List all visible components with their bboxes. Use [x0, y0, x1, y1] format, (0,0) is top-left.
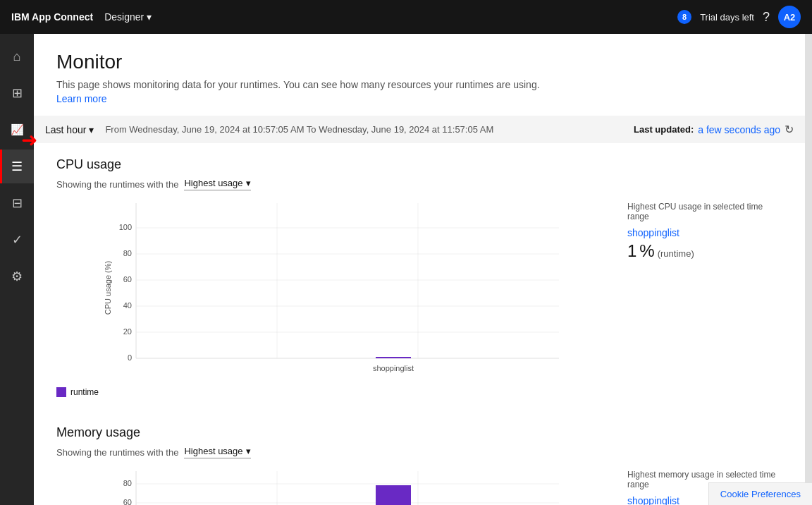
grid-icon: ⊞	[12, 85, 23, 101]
cpu-runtime-link[interactable]: shoppinglist	[627, 227, 782, 238]
memory-chart: 0 80 60	[56, 464, 610, 505]
cpu-subtitle-text: Showing the runtimes with the	[56, 179, 178, 190]
svg-rect-27	[376, 485, 411, 505]
cookie-preferences-button[interactable]: Cookie Preferences	[708, 482, 812, 505]
catalog-icon: ⊟	[12, 195, 23, 211]
time-period-label: Last hour	[45, 124, 86, 135]
sidebar-item-dashboard[interactable]: ⊞	[0, 76, 34, 110]
cpu-chart-row: CPU usage (%) 0 20 40 60	[56, 196, 782, 397]
designer-label: Designer	[104, 11, 144, 23]
sidebar-item-catalog[interactable]: ⊟	[0, 186, 34, 220]
cpu-dropdown-label: Highest usage	[184, 178, 242, 188]
chevron-down-icon: ▾	[246, 446, 251, 456]
sidebar-item-settings[interactable]: ⚙	[0, 260, 34, 293]
cpu-section: CPU usage Showing the runtimes with the …	[34, 143, 805, 411]
trial-label: Trial days left	[700, 12, 754, 23]
cpu-chart: CPU usage (%) 0 20 40 60	[56, 196, 610, 382]
svg-text:80: 80	[123, 249, 132, 257]
svg-text:CPU usage (%): CPU usage (%)	[104, 261, 112, 315]
svg-text:0: 0	[128, 353, 132, 362]
chevron-down-icon: ▾	[246, 178, 251, 188]
memory-section-title: Memory usage	[56, 425, 782, 440]
app-brand: IBM App Connect	[11, 11, 93, 23]
svg-text:shoppinglist: shoppinglist	[373, 364, 414, 372]
sidebar: ⌂ ⊞ 📈 ☰ ⊟ ✓ ⚙	[0, 34, 34, 505]
svg-text:40: 40	[123, 301, 132, 310]
cpu-value-sub: (runtime)	[658, 248, 694, 259]
cpu-subtitle: Showing the runtimes with the Highest us…	[56, 178, 782, 190]
cpu-usage-dropdown[interactable]: Highest usage ▾	[184, 178, 250, 190]
cpu-chart-container: CPU usage (%) 0 20 40 60	[56, 196, 610, 397]
monitor-icon: ☰	[11, 159, 23, 174]
main-content: Monitor This page shows monitoring data …	[34, 34, 805, 505]
memory-chart-row: 0 80 60	[56, 464, 782, 505]
sidebar-item-analytics[interactable]: 📈	[0, 113, 34, 147]
cpu-info-value: 1 % (runtime)	[627, 241, 782, 261]
page-body: Monitor This page shows monitoring data …	[34, 34, 805, 104]
memory-dropdown-label: Highest usage	[184, 446, 242, 456]
cpu-value-unit: %	[639, 241, 654, 261]
memory-subtitle-text: Showing the runtimes with the	[56, 447, 178, 458]
chevron-down-icon: ▾	[147, 11, 152, 23]
cpu-section-title: CPU usage	[56, 157, 782, 172]
avatar[interactable]: A2	[778, 6, 801, 28]
legend-label-runtime: runtime	[70, 387, 99, 397]
legend-color-runtime	[56, 387, 66, 397]
svg-text:100: 100	[119, 223, 132, 231]
cpu-info-title: Highest CPU usage in selected time range	[627, 202, 782, 221]
learn-more-link[interactable]: Learn more	[56, 93, 107, 104]
tasks-icon: ✓	[12, 232, 23, 248]
scrollbar[interactable]	[805, 34, 812, 505]
cpu-chart-svg: CPU usage (%) 0 20 40 60	[56, 196, 610, 379]
top-navigation: IBM App Connect Designer ▾ 8 Trial days …	[0, 0, 812, 34]
memory-usage-dropdown[interactable]: Highest usage ▾	[184, 446, 250, 458]
memory-subtitle: Showing the runtimes with the Highest us…	[56, 446, 782, 458]
page-description: This page shows monitoring data for your…	[56, 79, 782, 90]
memory-chart-container: 0 80 60	[56, 464, 610, 505]
last-updated-value[interactable]: a few seconds ago	[698, 124, 780, 135]
svg-rect-16	[376, 357, 411, 358]
cpu-chart-info: Highest CPU usage in selected time range…	[627, 196, 782, 261]
last-updated-label: Last updated:	[634, 124, 694, 135]
memory-section: Memory usage Showing the runtimes with t…	[34, 411, 805, 505]
memory-chart-svg: 0 80 60	[56, 464, 610, 505]
cpu-chart-legend: runtime	[56, 387, 610, 397]
svg-text:60: 60	[123, 498, 132, 505]
top-nav-right: 8 Trial days left ? A2	[677, 6, 801, 28]
settings-icon: ⚙	[11, 269, 23, 284]
home-icon: ⌂	[13, 49, 21, 64]
sidebar-item-monitor[interactable]: ☰	[0, 150, 34, 183]
trial-days-badge: 8	[677, 10, 691, 24]
time-range-text: From Wednesday, June 19, 2024 at 10:57:0…	[105, 124, 622, 135]
svg-text:80: 80	[123, 479, 132, 487]
chart-icon: 📈	[11, 123, 24, 136]
page-title: Monitor	[56, 51, 782, 73]
time-period-selector[interactable]: Last hour ▾	[45, 124, 94, 135]
sidebar-item-home[interactable]: ⌂	[0, 39, 34, 73]
chevron-down-icon: ▾	[89, 124, 94, 135]
cpu-value-number: 1	[627, 241, 636, 261]
last-updated: Last updated: a few seconds ago ↻	[634, 123, 794, 136]
designer-dropdown[interactable]: Designer ▾	[104, 11, 152, 23]
help-icon[interactable]: ?	[763, 10, 770, 25]
sidebar-item-tasks[interactable]: ✓	[0, 223, 34, 257]
refresh-icon[interactable]: ↻	[785, 123, 794, 136]
time-filter-bar: Last hour ▾ From Wednesday, June 19, 202…	[34, 116, 805, 143]
main-layout: ⌂ ⊞ 📈 ☰ ⊟ ✓ ⚙ Monitor This page shows mo…	[0, 34, 812, 505]
svg-text:60: 60	[123, 275, 132, 284]
svg-text:20: 20	[123, 327, 132, 336]
